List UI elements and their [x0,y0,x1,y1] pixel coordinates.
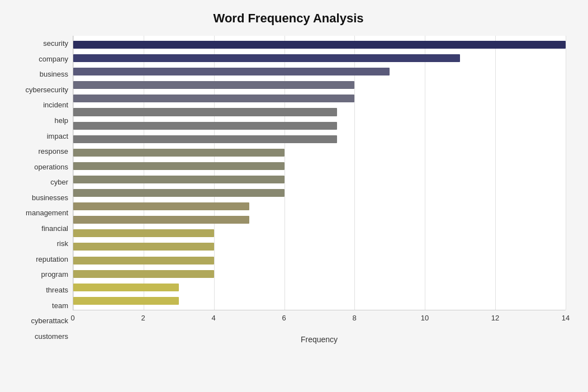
bar-row [73,226,566,240]
bar-row [73,159,566,173]
x-tick-label: 14 [562,314,570,322]
bar [73,284,179,291]
x-tick-label: 6 [282,314,286,322]
x-tick-label: 0 [70,314,74,322]
bar-row [73,294,566,308]
bar-row [73,254,566,267]
x-tick-label: 2 [141,314,145,322]
bar-row [73,92,566,105]
bar-row [73,186,566,200]
bar-row [73,240,566,253]
bar [73,108,337,116]
bar [73,149,284,157]
bar [73,122,337,130]
y-labels: securitycompanybusinesscybersecurityinci… [11,36,73,344]
y-label: security [43,40,68,47]
bar-row [73,281,566,294]
bar [73,54,460,62]
bar [73,229,214,237]
bar [73,257,214,265]
y-label: help [54,117,68,124]
chart-title: Word Frequency Analysis [11,11,566,26]
bar-row [73,133,566,146]
bar-row [73,213,566,226]
y-label: cyberattack [31,317,68,324]
y-label: cybersecurity [25,86,68,93]
bar-row [73,78,566,92]
y-label: threats [46,286,68,294]
y-label: company [39,55,68,63]
y-label: impact [47,133,68,140]
bar [73,41,566,49]
y-label: response [39,148,68,155]
x-tick-label: 4 [211,314,215,322]
y-label: businesses [32,194,68,201]
bar [73,81,354,89]
bar [73,176,284,183]
bar [73,162,284,170]
bar [73,189,284,197]
y-label: management [26,209,68,216]
bar [73,135,337,143]
y-label: team [52,302,68,309]
grid-line [566,36,566,310]
bar [73,202,249,210]
y-label: customers [35,333,68,340]
bar-row [73,38,566,51]
bar [73,297,179,305]
chart-container: Word Frequency Analysis securitycompanyb… [0,0,588,392]
y-label: risk [57,240,68,247]
bars-section [73,36,566,310]
y-label: cyber [50,178,68,186]
y-label: reputation [36,256,68,263]
bar [73,216,249,224]
y-label: financial [41,225,68,232]
x-axis: 02468101214 [73,310,566,333]
y-label: business [40,70,68,78]
bars-wrapper [73,36,566,310]
bars-and-xaxis: 02468101214 Frequency [73,36,566,344]
bar-row [73,173,566,186]
bar [73,243,214,251]
bar-row [73,105,566,119]
bar-row [73,200,566,213]
y-label: operations [34,163,68,171]
bar [73,95,354,102]
bar-row [73,267,566,281]
bar-row [73,119,566,133]
bar-row [73,51,566,65]
y-label: incident [43,101,68,108]
x-tick-label: 12 [491,314,499,322]
bar [73,68,390,75]
y-label: program [41,271,68,278]
x-axis-title: Frequency [73,335,566,344]
x-axis-labels: 02468101214 [73,314,566,325]
bar-row [73,146,566,159]
bar [73,270,214,278]
x-tick-label: 8 [352,314,356,322]
chart-area: securitycompanybusinesscybersecurityinci… [11,36,566,344]
bar-row [73,65,566,78]
x-tick-label: 10 [421,314,429,322]
